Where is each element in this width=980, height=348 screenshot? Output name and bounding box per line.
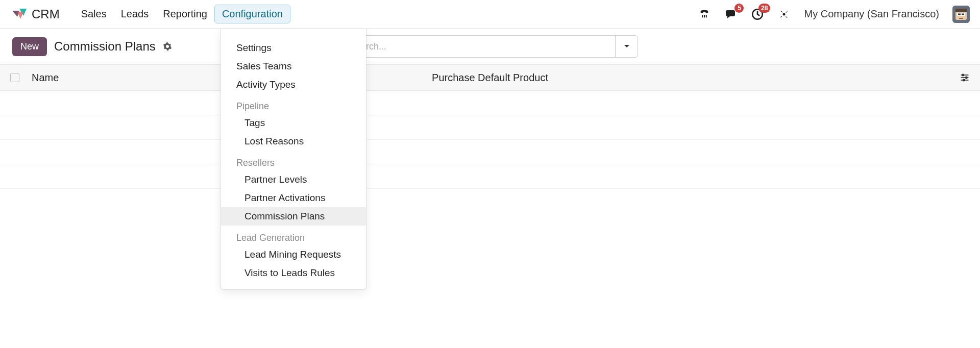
svg-rect-13 bbox=[959, 18, 963, 19]
table-row bbox=[0, 115, 980, 140]
dd-header-pipeline: Pipeline bbox=[221, 94, 366, 114]
nav-links: Sales Leads Reporting Configuration bbox=[74, 5, 290, 23]
select-all-checkbox[interactable] bbox=[10, 73, 19, 82]
phone-icon[interactable] bbox=[698, 8, 711, 21]
svg-rect-4 bbox=[704, 14, 705, 17]
table-row bbox=[0, 140, 980, 164]
avatar[interactable] bbox=[952, 6, 970, 23]
table-header: Name Purchase Default Product bbox=[0, 64, 980, 91]
debug-icon[interactable] bbox=[777, 8, 791, 21]
dd-partner-activations[interactable]: Partner Activations bbox=[221, 189, 366, 207]
app-logo-icon bbox=[12, 9, 27, 20]
nav-item-reporting[interactable]: Reporting bbox=[156, 5, 214, 23]
table-row bbox=[0, 164, 980, 189]
column-product[interactable]: Purchase Default Product bbox=[432, 72, 548, 84]
svg-rect-5 bbox=[706, 14, 707, 17]
dd-tags[interactable]: Tags bbox=[221, 114, 366, 132]
dd-visits-to-leads[interactable]: Visits to Leads Rules bbox=[221, 264, 366, 282]
gear-icon[interactable] bbox=[163, 42, 172, 51]
search-options-toggle[interactable] bbox=[615, 36, 638, 57]
activities-icon[interactable]: 28 bbox=[751, 8, 764, 21]
new-button[interactable]: New bbox=[12, 37, 47, 56]
dd-lost-reasons[interactable]: Lost Reasons bbox=[221, 132, 366, 151]
dd-header-resellers: Resellers bbox=[221, 151, 366, 170]
nav-right: 5 28 My Company (San Francisco) bbox=[698, 6, 970, 23]
svg-point-19 bbox=[963, 79, 965, 81]
dd-lead-mining[interactable]: Lead Mining Requests bbox=[221, 245, 366, 264]
brand[interactable]: CRM bbox=[12, 7, 60, 21]
dd-activity-types[interactable]: Activity Types bbox=[221, 76, 366, 94]
svg-point-18 bbox=[966, 77, 967, 78]
svg-rect-9 bbox=[955, 9, 967, 12]
search-wrap bbox=[342, 35, 638, 58]
svg-rect-12 bbox=[962, 13, 964, 15]
svg-marker-2 bbox=[17, 12, 23, 19]
dd-partner-levels[interactable]: Partner Levels bbox=[221, 170, 366, 189]
dd-settings[interactable]: Settings bbox=[221, 39, 366, 57]
dd-header-lead-generation: Lead Generation bbox=[221, 226, 366, 245]
nav-item-configuration[interactable]: Configuration bbox=[214, 5, 290, 23]
messages-icon[interactable]: 5 bbox=[724, 8, 738, 21]
top-navbar: CRM Sales Leads Reporting Configuration … bbox=[0, 0, 980, 29]
messages-badge: 5 bbox=[734, 4, 744, 13]
configuration-dropdown: Settings Sales Teams Activity Types Pipe… bbox=[220, 29, 366, 290]
columns-settings-icon[interactable] bbox=[960, 72, 970, 83]
page-title: Commission Plans bbox=[54, 39, 156, 54]
dd-sales-teams[interactable]: Sales Teams bbox=[221, 57, 366, 76]
svg-rect-11 bbox=[958, 13, 961, 15]
table-row bbox=[0, 91, 980, 115]
nav-item-leads[interactable]: Leads bbox=[114, 5, 156, 23]
svg-point-17 bbox=[962, 74, 964, 76]
nav-item-sales[interactable]: Sales bbox=[74, 5, 114, 23]
search-input[interactable] bbox=[342, 36, 615, 57]
brand-text: CRM bbox=[32, 7, 60, 21]
activities-badge: 28 bbox=[758, 4, 770, 13]
svg-rect-3 bbox=[702, 14, 703, 17]
action-bar: New Commission Plans bbox=[0, 29, 980, 64]
company-name[interactable]: My Company (San Francisco) bbox=[804, 8, 939, 20]
dd-commission-plans[interactable]: Commission Plans bbox=[221, 207, 366, 226]
